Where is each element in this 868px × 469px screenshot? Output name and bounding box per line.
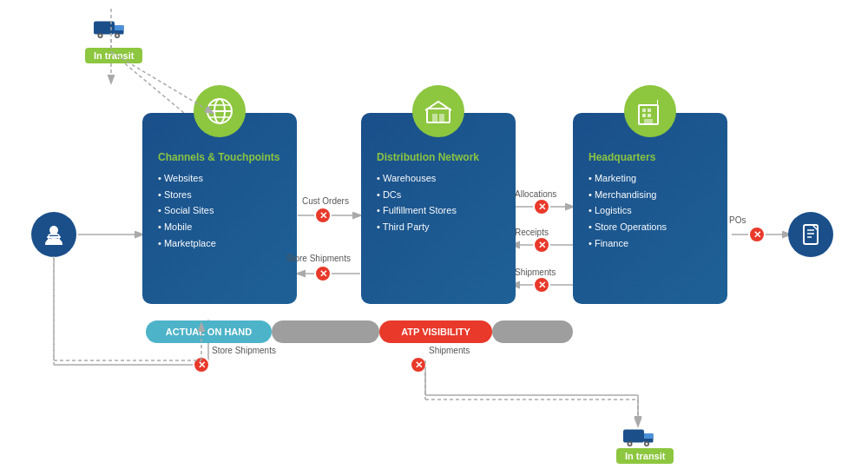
distribution-card: Distribution Network Warehouses DCs Fulf… <box>361 113 516 304</box>
dist-item-2: DCs <box>377 187 500 203</box>
svg-rect-39 <box>644 119 653 124</box>
document-icon <box>788 212 833 257</box>
pos-label: POs <box>729 215 746 225</box>
allocations-label: Allocations <box>515 189 556 199</box>
in-transit-label-top: In transit <box>85 48 142 63</box>
x-shipments-mid: ✕ <box>533 276 550 294</box>
customer-icon <box>31 212 76 257</box>
svg-marker-41 <box>658 100 665 105</box>
svg-rect-36 <box>648 109 651 112</box>
dist-item-4: Third Party <box>377 219 500 235</box>
x-store-shipments-top: ✕ <box>314 265 332 282</box>
hq-item-3: Logistics <box>589 202 712 219</box>
channels-item-3: Social Sites <box>158 202 281 219</box>
svg-rect-46 <box>623 430 644 443</box>
store-shipments-bot-label: Store Shipments <box>212 346 276 355</box>
actual-on-hand-bar: ACTUAL ON HAND <box>146 320 272 343</box>
building-icon <box>624 85 676 137</box>
svg-rect-16 <box>94 22 115 35</box>
truck-top-icon <box>94 16 125 40</box>
distribution-title: Distribution Network <box>377 151 500 163</box>
warehouse-icon <box>412 85 464 137</box>
dist-item-3: Fulfillment Stores <box>377 202 500 219</box>
svg-point-51 <box>628 443 631 446</box>
svg-point-21 <box>99 35 102 37</box>
receipts-label: Receipts <box>515 228 549 237</box>
hq-item-4: Store Operations <box>589 219 712 235</box>
channels-title: Channels & Touchpoints <box>158 151 281 163</box>
x-allocations: ✕ <box>533 198 550 215</box>
svg-rect-35 <box>642 109 646 112</box>
channels-card: Channels & Touchpoints Websites Stores S… <box>142 113 297 304</box>
channels-item-5: Marketplace <box>158 235 281 252</box>
svg-marker-48 <box>644 433 654 439</box>
x-receipts: ✕ <box>533 236 550 254</box>
x-pos: ✕ <box>748 226 766 243</box>
svg-rect-33 <box>439 114 444 122</box>
svg-point-52 <box>646 443 648 446</box>
svg-rect-38 <box>648 114 651 117</box>
distribution-list: Warehouses DCs Fulfillment Stores Third … <box>377 170 500 235</box>
svg-rect-31 <box>427 109 450 122</box>
hq-list: Marketing Merchandising Logistics Store … <box>589 170 712 251</box>
headquarters-card: Headquarters Marketing Merchandising Log… <box>573 113 727 304</box>
dist-item-1: Warehouses <box>377 170 500 187</box>
shipments-bot-label: Shipments <box>429 346 470 355</box>
in-transit-label-bottom: In transit <box>616 448 674 464</box>
actual-bar-end <box>272 320 379 343</box>
hq-item-2: Merchandising <box>589 187 712 203</box>
channels-item-2: Stores <box>158 187 281 203</box>
channels-item-1: Websites <box>158 170 281 187</box>
truck-bottom-icon <box>623 424 654 448</box>
cust-orders-label: Cust Orders <box>302 196 349 206</box>
globe-icon <box>194 85 246 137</box>
hq-item-1: Marketing <box>589 170 712 187</box>
x-shipments-bot: ✕ <box>410 356 427 373</box>
hq-item-5: Finance <box>589 235 712 252</box>
svg-rect-37 <box>642 114 646 117</box>
svg-point-22 <box>116 35 119 37</box>
x-store-shipments-bot: ✕ <box>193 356 210 373</box>
x-cust-orders: ✕ <box>314 207 332 224</box>
atp-bar-end <box>492 320 573 343</box>
supply-chain-diagram: In transit Channels & Touchpoints Websit… <box>0 0 868 469</box>
channels-list: Websites Stores Social Sites Mobile Mark… <box>158 170 281 251</box>
hq-title: Headquarters <box>589 151 712 163</box>
shipments-mid-label: Shipments <box>515 268 556 277</box>
atp-visibility-bar: ATP VISIBILITY <box>379 320 492 343</box>
svg-rect-32 <box>432 114 437 122</box>
channels-item-4: Mobile <box>158 219 281 235</box>
svg-marker-18 <box>115 25 124 30</box>
store-shipments-top-label: Store Shipments <box>286 254 351 263</box>
